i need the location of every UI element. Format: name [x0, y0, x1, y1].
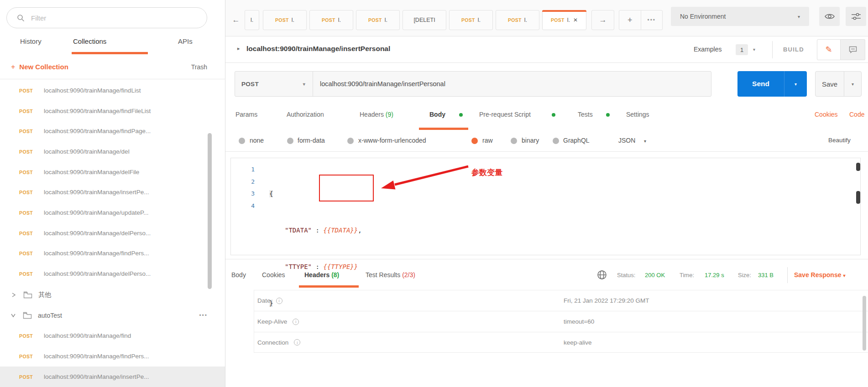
- sidebar-request-item[interactable]: POST localhost:9090/trainManage/insertPe…: [0, 182, 225, 202]
- tab-forward-button[interactable]: →: [591, 10, 614, 30]
- radio-form-data-label[interactable]: form-data: [298, 137, 325, 144]
- code-link[interactable]: Code: [849, 111, 864, 118]
- response-tab-cookies[interactable]: Cookies: [262, 271, 285, 279]
- eye-icon: [825, 13, 835, 20]
- sidebar-request-item[interactable]: POST localhost:9090/trainManage/findPers…: [0, 346, 225, 366]
- radio-urlencoded-label[interactable]: x-www-form-urlencoded: [358, 137, 426, 144]
- tab-params[interactable]: Params: [235, 111, 257, 118]
- folder-more-options-icon[interactable]: •••: [199, 312, 208, 319]
- body-code-editor[interactable]: 1 2 3 4 { "TDATA" : {{TDATA}}, "TTYPE" :…: [230, 158, 861, 255]
- radio-raw-selected[interactable]: [471, 138, 478, 144]
- sidebar-request-item[interactable]: POST localhost:9090/trainManage/findPers…: [0, 243, 225, 263]
- radio-graphql[interactable]: [553, 138, 559, 144]
- sidebar-folder-autotest[interactable]: autoTest •••: [0, 305, 225, 325]
- header-row-keep-alive: Keep-Alive i timeout=60: [254, 311, 868, 332]
- raw-language-selector[interactable]: JSON: [618, 137, 635, 144]
- radio-none[interactable]: [239, 138, 245, 144]
- method-badge: POST: [19, 149, 44, 155]
- trash-button[interactable]: Trash: [191, 63, 207, 71]
- editor-scrollbar-mark[interactable]: [856, 163, 860, 171]
- chevron-down-icon[interactable]: ▾: [644, 139, 646, 144]
- chevron-down-icon: ▾: [843, 273, 845, 278]
- expand-request-icon[interactable]: ▸: [237, 46, 240, 52]
- info-icon[interactable]: i: [294, 339, 300, 346]
- request-section-tabs: Params Authorization Headers (9) Body Pr…: [225, 63, 868, 130]
- sidebar-request-item[interactable]: POST localhost:9090/trainManage/findFile…: [0, 101, 225, 121]
- beautify-link[interactable]: Beautify: [828, 137, 851, 144]
- size-value: 331 B: [758, 272, 774, 279]
- sidebar-request-item[interactable]: POST localhost:9090/trainManage/delFile: [0, 162, 225, 182]
- radio-none-label[interactable]: none: [250, 137, 264, 144]
- examples-label[interactable]: Examples: [694, 46, 722, 53]
- edit-mode-button[interactable]: ✎: [817, 39, 841, 60]
- tab-headers[interactable]: Headers (9): [360, 111, 393, 118]
- environment-quick-look-button[interactable]: [819, 7, 840, 26]
- sidebar-folder-qita[interactable]: 其他: [0, 284, 225, 305]
- radio-binary-label[interactable]: binary: [522, 137, 539, 144]
- editor-scrollbar-mark[interactable]: [856, 191, 860, 204]
- request-tab[interactable]: POSTl.: [309, 10, 353, 30]
- annotation-arrow: [375, 163, 475, 195]
- globe-icon[interactable]: [597, 270, 607, 280]
- sidebar-tab-history[interactable]: History: [20, 37, 42, 45]
- headers-count: (9): [386, 111, 393, 118]
- sidebar-request-item[interactable]: POST localhost:9090/trainManage/findList: [0, 80, 225, 101]
- method-badge: POST: [19, 210, 44, 216]
- tab-back-button[interactable]: ←: [229, 10, 243, 30]
- sidebar-request-item[interactable]: POST localhost:9090/trainManage/delPerso…: [0, 223, 225, 243]
- sidebar-tab-apis[interactable]: APIs: [178, 37, 193, 45]
- comments-button[interactable]: [841, 39, 865, 60]
- new-collection-button[interactable]: +New Collection: [11, 63, 68, 71]
- sidebar-request-item[interactable]: POST localhost:9090/trainManage/updateP.…: [0, 202, 225, 223]
- chevron-right-icon: [11, 292, 16, 298]
- close-tab-icon[interactable]: ✕: [573, 17, 578, 23]
- sidebar-tab-collections[interactable]: Collections: [73, 37, 106, 45]
- tab-pre-request-script[interactable]: Pre-request Script: [479, 111, 531, 118]
- radio-raw-label[interactable]: raw: [482, 137, 493, 144]
- chevron-down-icon[interactable]: ▾: [753, 47, 755, 52]
- folder-icon: [23, 312, 32, 319]
- build-label[interactable]: BUILD: [783, 46, 804, 53]
- cookies-link[interactable]: Cookies: [815, 111, 838, 118]
- request-tab[interactable]: POSTl.: [356, 10, 400, 30]
- tab-body[interactable]: Body: [429, 111, 445, 118]
- environment-settings-button[interactable]: [846, 7, 866, 26]
- response-scrollbar[interactable]: [863, 296, 866, 351]
- new-tab-plus-icon[interactable]: +: [619, 10, 641, 30]
- request-tab[interactable]: [DELETI: [403, 10, 446, 30]
- comment-icon: [849, 46, 857, 53]
- tab-more-options-icon[interactable]: •••: [641, 17, 663, 23]
- request-tab-active[interactable]: POSTl. ✕: [542, 10, 586, 30]
- request-tab-strip: ← l. POSTl. POSTl. POSTl. [DELETI POSTl.…: [225, 0, 868, 36]
- request-tab[interactable]: POSTl.: [263, 10, 307, 30]
- tab-settings[interactable]: Settings: [626, 111, 649, 118]
- filter-box[interactable]: [6, 7, 207, 28]
- info-icon[interactable]: i: [293, 319, 299, 325]
- environment-selector[interactable]: No Environment ▾: [671, 7, 809, 26]
- info-icon[interactable]: i: [276, 298, 282, 304]
- radio-urlencoded[interactable]: [347, 138, 354, 144]
- tab-tests[interactable]: Tests: [578, 111, 593, 118]
- sidebar-request-item-selected[interactable]: POST localhost:9090/trainManage/insertPe…: [0, 366, 225, 387]
- request-tab-partial[interactable]: l.: [245, 10, 259, 30]
- response-tab-test-results[interactable]: Test Results (2/3): [366, 271, 415, 279]
- search-icon: [17, 14, 25, 22]
- request-tab[interactable]: POSTl.: [449, 10, 493, 30]
- tab-authorization[interactable]: Authorization: [287, 111, 324, 118]
- save-response-button[interactable]: Save Response ▾: [794, 271, 845, 279]
- sidebar-request-item[interactable]: POST localhost:9090/trainManage/del: [0, 141, 225, 162]
- editor-line-numbers: 1 2 3 4: [231, 164, 255, 212]
- sidebar-request-item[interactable]: POST localhost:9090/trainManage/findPage…: [0, 121, 225, 141]
- radio-form-data[interactable]: [287, 138, 293, 144]
- collections-tab-underline: [72, 52, 148, 54]
- sidebar-scrollbar[interactable]: [208, 133, 212, 289]
- response-tab-headers[interactable]: Headers (8): [304, 271, 339, 279]
- method-badge: POST: [19, 88, 44, 93]
- radio-graphql-label[interactable]: GraphQL: [563, 137, 590, 144]
- filter-input[interactable]: [31, 14, 182, 22]
- sidebar-request-item[interactable]: POST localhost:9090/trainManage/find: [0, 325, 225, 346]
- request-tab[interactable]: POSTl.: [496, 10, 539, 30]
- sidebar-request-item[interactable]: POST localhost:9090/trainManage/delPerso…: [0, 263, 225, 284]
- radio-binary[interactable]: [511, 138, 517, 144]
- response-tab-body[interactable]: Body: [231, 271, 246, 279]
